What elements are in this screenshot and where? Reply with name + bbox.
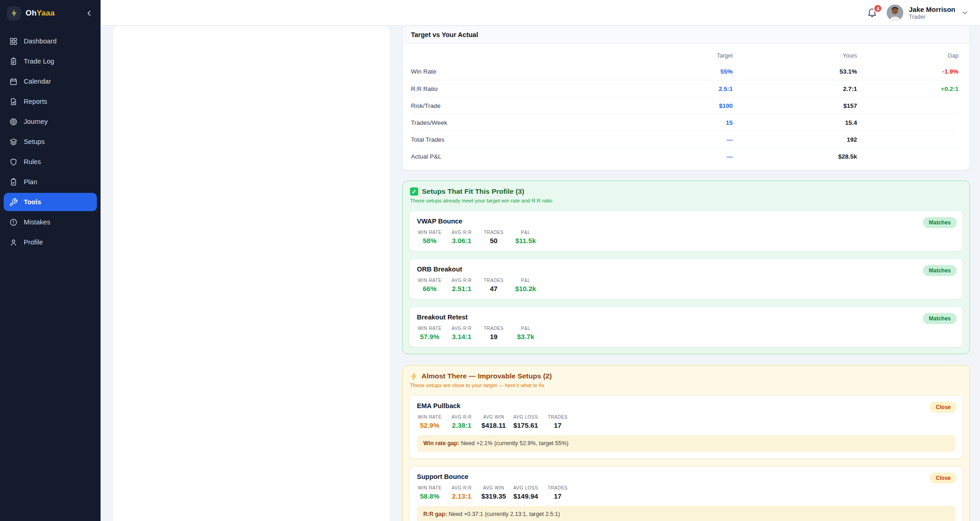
sidebar-collapse-button[interactable] (84, 8, 94, 18)
sidebar-item-label: Rules (24, 158, 41, 165)
sidebar-item-plan[interactable]: Plan (4, 173, 97, 191)
target-value: — (628, 153, 733, 160)
setup-card-ema-pullback[interactable]: EMA Pullback Close WIN RATE52.9% AVG R:R… (409, 395, 963, 459)
grid-icon (9, 37, 18, 46)
user-menu[interactable]: Jake Morrison Trader (887, 5, 969, 21)
setup-card-support-bounce[interactable]: Support Bounce Close WIN RATE58.8% AVG R… (409, 466, 963, 521)
column-header-target: Target (628, 53, 733, 59)
metric-label: Risk/Trade (411, 102, 628, 109)
metric-label: Trades/Week (411, 119, 628, 126)
user-info: Jake Morrison Trader (909, 5, 955, 21)
close-badge: Close (930, 473, 957, 484)
file-report-icon (9, 97, 18, 106)
setup-card-breakout-retest[interactable]: Breakout Retest Matches WIN RATE57.9% AV… (409, 307, 963, 347)
stat: WIN RATE66% (417, 278, 442, 292)
app-root: { "app": { "brand_prefix": "Oh", "brand_… (0, 0, 980, 521)
shield-icon (9, 158, 18, 166)
table-row: Trades/Week 15 15.4 (411, 114, 959, 131)
stat: TRADES47 (481, 278, 506, 292)
close-badge: Close (930, 402, 957, 413)
yours-value: 15.4 (733, 119, 857, 126)
stat: TRADES17 (545, 415, 570, 429)
setup-stats: WIN RATE66% AVG R:R2.51:1 TRADES47 P&L$1… (417, 278, 955, 292)
sidebar-item-rules[interactable]: Rules (4, 153, 97, 171)
card-header: Target vs Your Actual (403, 26, 969, 44)
target-value: 55% (628, 68, 733, 75)
target-icon (9, 117, 18, 126)
brand-suffix: Yaaa (37, 9, 55, 17)
stat: AVG LOSS$175.61 (513, 415, 538, 429)
gap-value: -1.9% (857, 68, 959, 75)
avatar (887, 5, 903, 21)
notification-badge: 4 (873, 4, 882, 13)
sidebar-item-profile[interactable]: Profile (4, 233, 97, 251)
sidebar-item-trade-log[interactable]: Trade Log (4, 52, 97, 70)
table-row: R:R Ratio 2.5:1 2.7:1 +0.2:1 (411, 80, 959, 97)
matches-badge: Matches (923, 265, 957, 276)
stat: WIN RATE58% (417, 230, 442, 245)
yours-value: $28.5k (733, 153, 857, 160)
brand-logo-icon (7, 6, 21, 21)
metric-label: Total Trades (411, 136, 628, 143)
improvable-setups-section: Almost There — Improvable Setups (2) The… (402, 365, 970, 521)
target-value: 2.5:1 (628, 85, 733, 92)
sidebar-item-reports[interactable]: Reports (4, 92, 97, 111)
stat: AVG R:R2.13:1 (449, 485, 474, 500)
user-icon (9, 238, 18, 247)
table-row: Total Trades — 192 (411, 131, 959, 148)
yours-value: 192 (733, 136, 857, 143)
right-column: Target vs Your Actual Target Yours Gap W… (402, 26, 970, 521)
target-value: — (628, 136, 733, 143)
table-row: Win Rate 55% 53.1% -1.9% (411, 63, 959, 80)
card-title: Target vs Your Actual (411, 31, 478, 38)
layers-icon (9, 138, 18, 146)
user-role: Trader (909, 14, 955, 21)
stat: TRADES50 (481, 230, 506, 245)
sidebar-item-label: Mistakes (24, 218, 50, 226)
setup-name: ORB Breakout (417, 266, 955, 273)
stat: WIN RATE57.9% (417, 326, 442, 340)
setup-card-vwap-bounce[interactable]: VWAP Bounce Matches WIN RATE58% AVG R:R3… (409, 211, 963, 251)
target-value: 15 (628, 119, 733, 126)
stat: TRADES19 (481, 326, 506, 340)
stat: AVG R:R3.14:1 (449, 326, 474, 340)
sidebar-item-journey[interactable]: Journey (4, 112, 97, 131)
sidebar-item-label: Calendar (24, 78, 51, 85)
setup-stats: WIN RATE52.9% AVG R:R2.38:1 AVG WIN$418.… (417, 415, 955, 429)
table-header-row: Target Yours Gap (411, 48, 959, 63)
setup-stats: WIN RATE57.9% AVG R:R3.14:1 TRADES19 P&L… (417, 326, 955, 340)
left-blank-panel (112, 26, 390, 521)
metric-label: Win Rate (411, 68, 628, 75)
main-content: Target vs Your Actual Target Yours Gap W… (101, 26, 980, 521)
gap-note: R:R gap: Need +0.37:1 (currently 2.13:1,… (417, 506, 955, 521)
logo-row: OhYaaa (0, 0, 101, 27)
stat: AVG WIN$319.35 (481, 485, 506, 500)
gap-note: Win rate gap: Need +2.1% (currently 52.9… (417, 435, 955, 452)
sidebar-item-dashboard[interactable]: Dashboard (4, 32, 97, 50)
wrench-icon (9, 198, 18, 207)
chevron-down-icon (961, 9, 969, 17)
table-body: Win Rate 55% 53.1% -1.9% R:R Ratio 2.5:1… (411, 63, 959, 165)
setup-name: Support Bounce (417, 473, 955, 480)
setup-card-orb-breakout[interactable]: ORB Breakout Matches WIN RATE66% AVG R:R… (409, 259, 963, 299)
stat: P&L$11.5k (513, 230, 538, 245)
metric-label: Actual P&L (411, 153, 628, 160)
sidebar-item-label: Profile (24, 239, 43, 246)
sidebar-item-calendar[interactable]: Calendar (4, 72, 97, 90)
stat: WIN RATE52.9% (417, 415, 442, 429)
sidebar-item-tools[interactable]: Tools (4, 193, 97, 211)
section-subtitle: These setups are close to your target — … (410, 383, 963, 388)
matches-badge: Matches (923, 217, 957, 228)
sidebar-item-mistakes[interactable]: Mistakes (4, 213, 97, 231)
stat: AVG LOSS$149.94 (513, 485, 538, 500)
bolt-icon (410, 372, 418, 380)
sidebar-nav: Dashboard Trade Log Calendar Reports Jou… (0, 32, 101, 251)
sidebar-item-setups[interactable]: Setups (4, 133, 97, 151)
user-name: Jake Morrison (909, 5, 955, 14)
section-title: Almost There — Improvable Setups (2) (421, 372, 552, 380)
stat: AVG R:R2.38:1 (449, 415, 474, 429)
stat: TRADES17 (545, 485, 570, 500)
stat: AVG R:R2.51:1 (449, 278, 474, 292)
brand-name: OhYaaa (26, 9, 84, 18)
notifications-button[interactable]: 4 (867, 7, 879, 19)
